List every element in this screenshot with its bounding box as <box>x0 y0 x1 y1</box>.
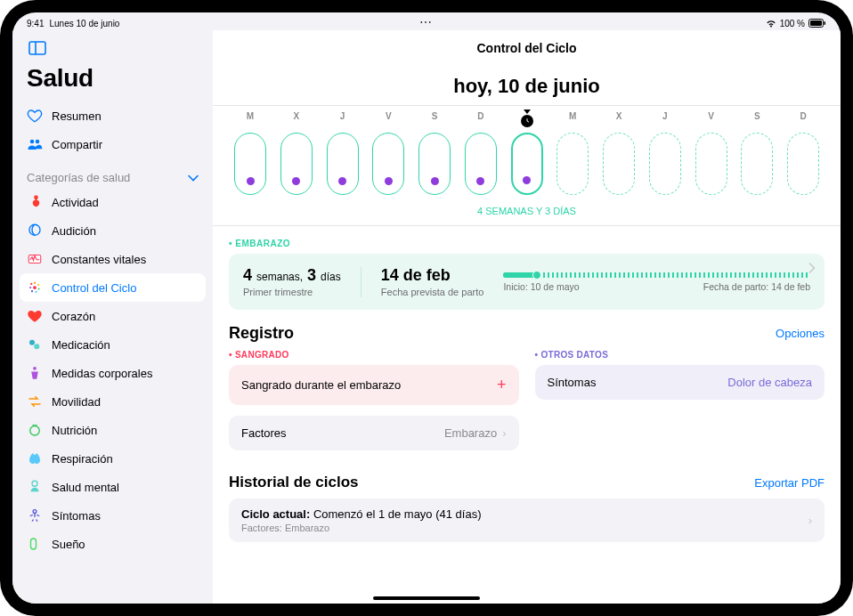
sidebar-item-label: Constantes vitales <box>52 253 146 266</box>
day-pill[interactable] <box>234 133 266 195</box>
day-pill[interactable] <box>603 133 635 195</box>
sidebar-item-sueño[interactable]: Sueño <box>20 530 206 558</box>
sidebar-item-constantes-vitales[interactable]: Constantes vitales <box>20 245 206 273</box>
day-letter: X <box>599 111 638 127</box>
chevron-right-icon: › <box>808 514 812 527</box>
sidebar-item-label: Medicación <box>52 338 110 352</box>
pregnancy-due-label: Fecha prevista de parto <box>381 287 484 297</box>
day-pill[interactable] <box>787 133 819 195</box>
day-letter: S <box>415 111 454 127</box>
day-letter: D <box>784 111 823 127</box>
sidebar-item-label: Control del Ciclo <box>52 281 136 295</box>
sidebar-item-medicación[interactable]: Medicación <box>20 330 206 359</box>
svg-point-18 <box>33 367 37 370</box>
svg-point-9 <box>34 282 36 284</box>
bleeding-row[interactable]: Sangrado durante el embarazo + <box>229 365 519 405</box>
day-letter: J <box>323 111 362 127</box>
pregnancy-card[interactable]: 4 semanas, 3 días Primer trimestre 14 de… <box>229 254 825 310</box>
day-letter: V <box>369 111 408 127</box>
home-indicator[interactable] <box>373 596 480 600</box>
status-date: Lunes 10 de junio <box>49 19 119 28</box>
status-bar: 9:41 Lunes 10 de junio ⋯ 100 % <box>12 12 841 30</box>
plus-icon: + <box>497 376 507 394</box>
category-icon <box>27 365 43 381</box>
multitask-dots[interactable]: ⋯ <box>419 16 434 28</box>
registro-options-button[interactable]: Opciones <box>776 327 825 340</box>
svg-point-8 <box>33 286 37 289</box>
symptoms-row[interactable]: Síntomas Dolor de cabeza <box>535 365 825 400</box>
category-icon <box>27 223 43 239</box>
day-pill[interactable] <box>511 133 543 195</box>
sidebar-item-label: Síntomas <box>52 509 101 523</box>
sidebar-item-label: Nutrición <box>52 424 97 437</box>
sidebar-item-movilidad[interactable]: Movilidad <box>20 387 206 416</box>
status-time: 9:41 <box>27 19 44 28</box>
logged-dot-icon <box>292 177 300 185</box>
svg-point-19 <box>30 426 40 436</box>
svg-rect-1 <box>810 20 822 26</box>
sidebar-item-label: Audición <box>52 224 96 238</box>
sidebar-item-label: Respiración <box>52 452 113 466</box>
sidebar-item-share[interactable]: Compartir <box>20 130 206 158</box>
sidebar-item-control-del-ciclo[interactable]: Control del Ciclo <box>20 273 206 302</box>
day-pill[interactable] <box>649 133 681 195</box>
day-pill[interactable] <box>695 133 727 195</box>
category-icon <box>27 194 43 210</box>
day-letter: S <box>737 111 776 127</box>
sidebar-item-salud-mental[interactable]: Salud mental <box>20 473 206 501</box>
other-data-tag: OTROS DATOS <box>535 350 825 360</box>
category-icon <box>27 280 43 296</box>
category-icon <box>27 479 43 495</box>
historial-title: Historial de ciclos <box>229 474 359 491</box>
logged-dot-icon <box>247 177 255 185</box>
export-pdf-button[interactable]: Exportar PDF <box>754 476 825 490</box>
day-pill[interactable] <box>556 133 589 195</box>
pregnancy-duration-label: 4 SEMANAS Y 3 DÍAS <box>213 206 841 216</box>
sidebar-item-audición[interactable]: Audición <box>20 216 206 245</box>
svg-point-15 <box>30 283 32 285</box>
pregnancy-end-label: Fecha de parto: 14 de feb <box>703 281 810 292</box>
pregnancy-start-label: Inicio: 10 de mayo <box>503 281 579 292</box>
sidebar-item-label: Actividad <box>52 196 99 209</box>
battery-icon <box>808 19 826 28</box>
category-icon <box>27 450 43 466</box>
svg-point-5 <box>30 140 35 144</box>
sidebar-item-corazón[interactable]: Corazón <box>20 302 206 330</box>
pregnancy-trimester: Primer trimestre <box>243 287 341 297</box>
category-icon <box>27 393 43 409</box>
app-title: Salud <box>27 64 206 93</box>
pregnancy-due-date: 14 de feb <box>381 266 484 285</box>
sidebar-section-header[interactable]: Categorías de salud <box>20 164 206 188</box>
svg-point-10 <box>37 284 39 286</box>
sidebar-item-summary[interactable]: Resumen <box>20 101 206 130</box>
sidebar-item-síntomas[interactable]: Síntomas <box>20 501 206 530</box>
sidebar-item-actividad[interactable]: Actividad <box>20 188 206 216</box>
sidebar-toggle-icon[interactable] <box>27 37 48 59</box>
clock-icon <box>521 115 533 127</box>
svg-point-13 <box>31 290 33 292</box>
sidebar-item-respiración[interactable]: Respiración <box>20 444 206 473</box>
day-letter: M <box>231 111 270 127</box>
historial-current-cycle-row[interactable]: Ciclo actual: Comenzó el 1 de mayo (41 d… <box>229 498 825 542</box>
day-pill[interactable] <box>741 133 773 195</box>
day-pill[interactable] <box>418 133 451 195</box>
factors-row[interactable]: Factores Embarazo› <box>229 416 519 450</box>
svg-point-16 <box>29 340 35 345</box>
sidebar-item-label: Corazón <box>52 310 95 323</box>
day-pill[interactable] <box>327 133 359 195</box>
logged-dot-icon <box>523 176 531 184</box>
sidebar-item-nutrición[interactable]: Nutrición <box>20 416 206 444</box>
svg-point-20 <box>32 481 37 486</box>
cycle-timeline[interactable]: MXJVSDMXJVSD 4 SEMANAS Y 3 DÍAS <box>213 105 841 226</box>
day-pill[interactable] <box>372 133 404 195</box>
wifi-icon <box>766 20 776 28</box>
day-pill[interactable] <box>465 133 497 195</box>
heart-outline-icon <box>27 108 43 124</box>
day-letter: M <box>553 111 592 127</box>
sidebar-item-medidas-corporales[interactable]: Medidas corporales <box>20 359 206 387</box>
day-pill[interactable] <box>280 133 313 195</box>
category-icon <box>27 251 43 267</box>
svg-rect-3 <box>29 42 45 54</box>
svg-point-17 <box>34 344 39 349</box>
people-icon <box>27 136 43 152</box>
